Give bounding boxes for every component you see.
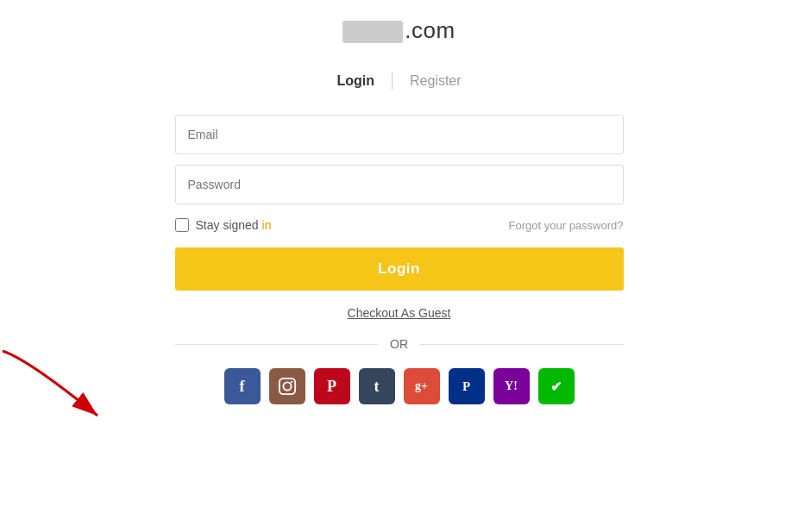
auth-tabs: Login Register: [319, 68, 478, 94]
svg-rect-1: [279, 379, 294, 394]
social-icons-container: f P t g+ P Y! ✔: [175, 368, 624, 404]
arrow-container: [0, 342, 149, 432]
tab-register[interactable]: Register: [393, 68, 479, 94]
forgot-password-link[interactable]: Forgot your password?: [509, 219, 624, 232]
line-icon[interactable]: ✔: [538, 368, 575, 404]
password-field[interactable]: [175, 165, 624, 204]
facebook-icon[interactable]: f: [224, 368, 261, 404]
site-title: .com: [342, 17, 455, 44]
tab-login[interactable]: Login: [319, 68, 392, 94]
pinterest-icon[interactable]: P: [314, 368, 350, 404]
googleplus-icon[interactable]: g+: [404, 368, 440, 404]
or-label: OR: [378, 337, 420, 351]
red-arrow: [0, 342, 149, 429]
page-wrapper: .com Login Register Stay signed in Forgo…: [0, 0, 798, 404]
stay-signed-checkbox[interactable]: [175, 218, 189, 232]
or-divider: OR: [175, 337, 624, 351]
options-row: Stay signed in Forgot your password?: [175, 218, 624, 232]
instagram-icon[interactable]: [269, 368, 305, 404]
tumblr-icon[interactable]: t: [359, 368, 395, 404]
in-label: in: [262, 218, 272, 232]
stay-signed-in-wrapper: Stay signed in: [175, 218, 272, 232]
svg-point-3: [290, 381, 292, 383]
login-form: Stay signed in Forgot your password? Log…: [175, 115, 624, 404]
yahoo-icon[interactable]: Y!: [493, 368, 530, 404]
email-field[interactable]: [175, 115, 624, 154]
svg-point-2: [283, 382, 291, 390]
paypal-icon[interactable]: P: [449, 368, 485, 404]
checkout-guest-link[interactable]: Checkout As Guest: [175, 306, 624, 320]
stay-signed-label[interactable]: Stay signed in: [196, 218, 272, 232]
domain-suffix: .com: [405, 17, 455, 43]
blurred-domain: [342, 21, 403, 43]
login-button[interactable]: Login: [175, 247, 624, 291]
